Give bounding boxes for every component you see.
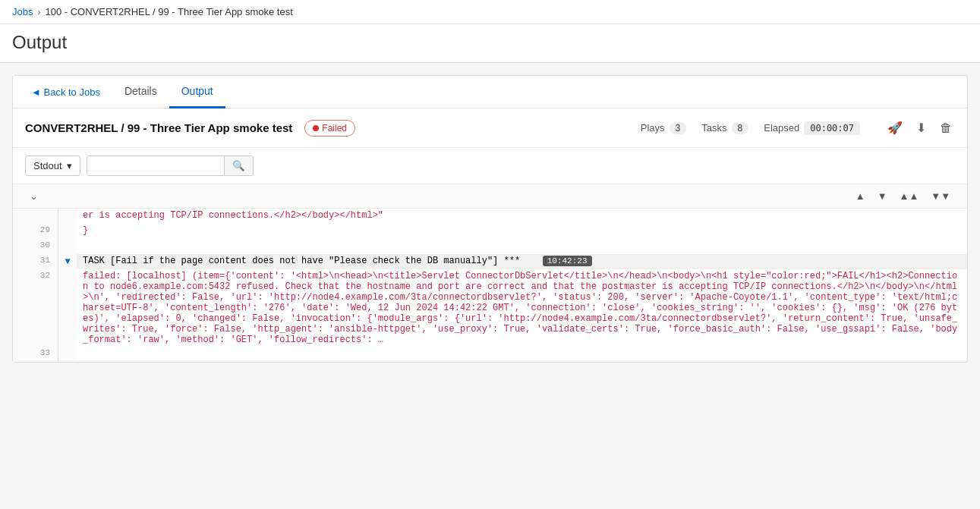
line-number: 33 <box>13 347 58 362</box>
code-line: 30 <box>13 239 967 254</box>
download-icon[interactable]: ⬇ <box>913 118 929 138</box>
job-actions: 🚀 ⬇ 🗑 <box>884 118 955 138</box>
line-content: } <box>77 224 967 239</box>
line-content: er is accepting TCP/IP connections.</h2>… <box>77 209 967 224</box>
stdout-select[interactable]: Stdout ▾ <box>25 156 80 176</box>
search-input[interactable] <box>87 156 224 175</box>
tasks-label: Tasks <box>701 122 726 134</box>
line-content <box>77 347 967 362</box>
elapsed-value: 00:00:07 <box>804 121 860 135</box>
line-expand[interactable] <box>58 269 77 347</box>
line-number: 31 <box>13 254 58 269</box>
nav-left: ⌄ <box>25 187 43 205</box>
plays-stat: Plays 3 <box>641 122 686 134</box>
nav-scroll-up-button[interactable]: ▼ <box>873 187 892 205</box>
stdout-chevron-icon: ▾ <box>67 160 72 171</box>
nav-scroll-prev-button[interactable]: ▲▲ <box>895 187 924 205</box>
line-content: TASK [Fail if the page content does not … <box>77 254 967 269</box>
line-number <box>13 209 58 224</box>
status-badge: Failed <box>304 120 355 137</box>
code-line: er is accepting TCP/IP connections.</h2>… <box>13 209 967 224</box>
code-line: 33 <box>13 347 967 362</box>
tabs-bar: ◄ Back to Jobs Details Output <box>13 76 967 108</box>
breadcrumb: Jobs › 100 - CONVERT2RHEL / 99 - Three T… <box>0 0 980 24</box>
line-expand[interactable] <box>58 347 77 362</box>
breadcrumb-current: 100 - CONVERT2RHEL / 99 - Three Tier App… <box>45 6 292 17</box>
search-icon: 🔍 <box>232 160 245 171</box>
nav-scroll-top-button[interactable]: ▲ <box>851 187 870 205</box>
page-header: Output <box>0 24 980 63</box>
tasks-stat: Tasks 8 <box>701 122 748 134</box>
tab-output[interactable]: Output <box>169 76 225 108</box>
line-expand[interactable] <box>58 209 77 224</box>
status-dot <box>313 125 319 131</box>
line-content: failed: [localhost] (item={'content': '<… <box>77 269 967 347</box>
line-number: 29 <box>13 224 58 239</box>
task-timestamp: 10:42:23 <box>543 256 592 266</box>
tasks-value: 8 <box>732 122 749 134</box>
job-info-bar: CONVERT2RHEL / 99 - Three Tier App smoke… <box>13 108 967 148</box>
plays-label: Plays <box>641 122 665 134</box>
nav-scroll-next-button[interactable]: ▼▼ <box>926 187 955 205</box>
nav-right: ▲ ▼ ▲▲ ▼▼ <box>851 187 955 205</box>
line-expand[interactable] <box>58 239 77 254</box>
breadcrumb-jobs-link[interactable]: Jobs <box>12 6 33 17</box>
elapsed-stat: Elapsed 00:00:07 <box>764 121 860 135</box>
line-expand-toggle[interactable]: ▼ <box>58 254 77 269</box>
code-line: 32 failed: [localhost] (item={'content':… <box>13 269 967 347</box>
nav-expand-all-button[interactable]: ⌄ <box>25 187 43 205</box>
line-number: 32 <box>13 269 58 347</box>
line-expand[interactable] <box>58 224 77 239</box>
elapsed-label: Elapsed <box>764 122 799 134</box>
back-to-jobs-link[interactable]: ◄ Back to Jobs <box>19 77 112 107</box>
code-line: 29 } <box>13 224 967 239</box>
rocket-icon[interactable]: 🚀 <box>884 118 906 138</box>
job-name: CONVERT2RHEL / 99 - Three Tier App smoke… <box>25 121 292 134</box>
line-number: 30 <box>13 239 58 254</box>
tab-details[interactable]: Details <box>112 76 169 108</box>
code-output[interactable]: er is accepting TCP/IP connections.</h2>… <box>13 209 967 362</box>
status-label: Failed <box>322 123 347 134</box>
code-line: 31 ▼ TASK [Fail if the page content does… <box>13 254 967 269</box>
breadcrumb-separator: › <box>37 7 40 17</box>
output-controls: Stdout ▾ 🔍 <box>13 148 967 184</box>
job-stats: Plays 3 Tasks 8 Elapsed 00:00:07 <box>641 121 860 135</box>
page-title: Output <box>12 32 968 53</box>
search-button[interactable]: 🔍 <box>224 156 253 175</box>
content-area: ◄ Back to Jobs Details Output CONVERT2RH… <box>12 75 968 363</box>
plays-value: 3 <box>670 122 687 134</box>
delete-icon[interactable]: 🗑 <box>937 118 955 138</box>
output-nav: ⌄ ▲ ▼ ▲▲ ▼▼ <box>13 184 967 209</box>
stdout-label: Stdout <box>33 160 62 171</box>
search-wrap: 🔍 <box>87 156 254 176</box>
line-content <box>77 239 967 254</box>
